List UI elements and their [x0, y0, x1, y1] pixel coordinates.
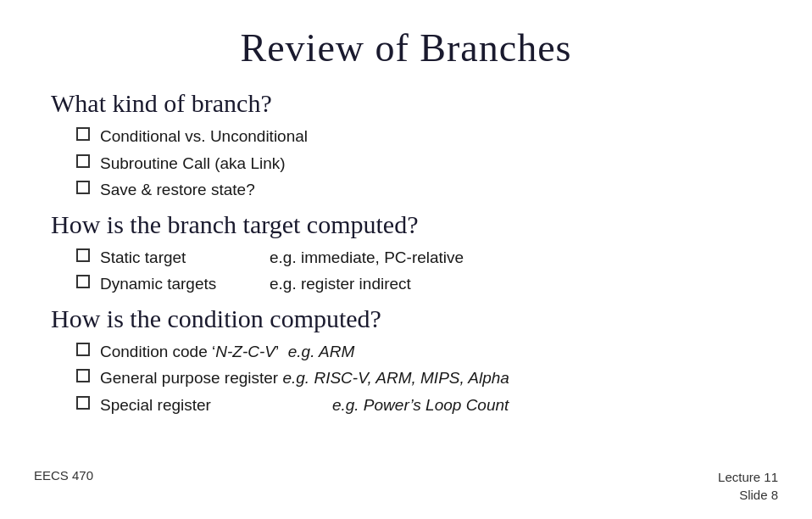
bullet-text: Subroutine Call (aka Link)	[100, 152, 761, 176]
bullet-text: Condition code ‘N-Z-C-V’ e.g. ARM	[100, 340, 761, 364]
section1-bullets: Conditional vs. Unconditional Subroutine…	[76, 125, 761, 202]
bullet-text: Special register e.g. Power’s Loop Count	[100, 393, 761, 417]
bullet-text: Dynamic targets e.g. register indirect	[100, 272, 761, 296]
bullet-icon	[76, 154, 90, 168]
section2-bullets: Static target e.g. immediate, PC-relativ…	[76, 246, 761, 296]
bullet-icon	[76, 275, 90, 288]
bullet-icon	[76, 369, 90, 382]
slide: Review of Branches What kind of branch? …	[0, 0, 812, 519]
bullet-text: General purpose register e.g. RISC-V, AR…	[100, 366, 761, 390]
bullet-label: Condition code ‘N-Z-C-V’	[100, 340, 279, 364]
footer-left: EECS 470	[34, 468, 93, 504]
section2-heading: How is the branch target computed?	[51, 210, 761, 239]
footer: EECS 470 Lecture 11 Slide 8	[34, 468, 778, 504]
section3-heading: How is the condition computed?	[51, 304, 761, 333]
slide-title: Review of Branches	[51, 25, 761, 70]
bullet-example: e.g. register indirect	[270, 272, 411, 296]
list-item: Save & restore state?	[76, 178, 761, 202]
bullet-icon	[76, 127, 90, 141]
footer-right: Lecture 11 Slide 8	[718, 468, 778, 504]
bullet-example: e.g. ARM	[279, 340, 354, 364]
bullet-label: Static target	[100, 246, 270, 270]
bullet-icon	[76, 343, 90, 356]
list-item: Static target e.g. immediate, PC-relativ…	[76, 246, 761, 270]
section3-bullets: Condition code ‘N-Z-C-V’ e.g. ARM Genera…	[76, 340, 761, 417]
list-item: Condition code ‘N-Z-C-V’ e.g. ARM	[76, 340, 761, 364]
bullet-example: e.g. RISC-V, ARM, MIPS, Alpha	[278, 366, 509, 390]
bullet-text: Conditional vs. Unconditional	[100, 125, 761, 148]
bullet-icon	[76, 248, 90, 262]
bullet-example: e.g. Power’s Loop Count	[270, 393, 509, 417]
bullet-label: Special register	[100, 393, 270, 417]
bullet-icon	[76, 181, 90, 194]
list-item: Conditional vs. Unconditional	[76, 125, 761, 148]
footer-right-line1: Lecture 11	[718, 470, 778, 484]
bullet-text: Static target e.g. immediate, PC-relativ…	[100, 246, 761, 270]
bullet-label: Dynamic targets	[100, 272, 270, 296]
bullet-text: Save & restore state?	[100, 178, 761, 202]
section1-heading: What kind of branch?	[51, 89, 761, 118]
list-item: Dynamic targets e.g. register indirect	[76, 272, 761, 296]
bullet-label: General purpose register	[100, 366, 278, 390]
bullet-example: e.g. immediate, PC-relative	[270, 246, 464, 270]
list-item: Special register e.g. Power’s Loop Count	[76, 393, 761, 417]
list-item: General purpose register e.g. RISC-V, AR…	[76, 366, 761, 390]
footer-right-line2: Slide 8	[739, 488, 778, 502]
list-item: Subroutine Call (aka Link)	[76, 152, 761, 176]
bullet-icon	[76, 396, 90, 410]
